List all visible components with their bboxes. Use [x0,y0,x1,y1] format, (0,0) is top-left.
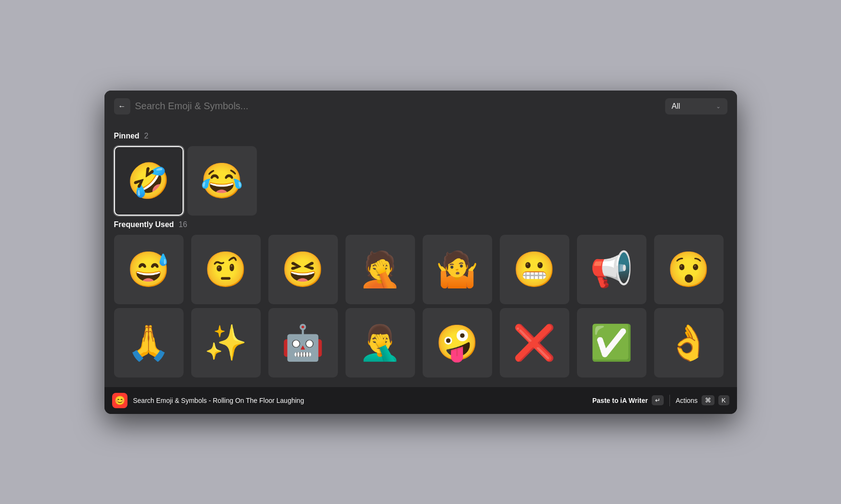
pinned-item-1[interactable]: 😂 [187,146,257,216]
frequent-item-4[interactable]: 🤷 [423,235,492,304]
frequent-item-7[interactable]: 😯 [654,235,724,304]
emoji-glyph: ❌ [513,322,556,363]
frequent-item-13[interactable]: ❌ [500,308,569,378]
frequent-item-0[interactable]: 😅 [114,235,184,304]
header: ← All ⌄ [104,91,737,122]
emoji-glyph: 😬 [513,249,556,290]
emoji-glyph: ✅ [590,322,633,363]
emoji-glyph: 🤨 [204,249,247,290]
frequently-used-grid: 😅 🤨 😆 🤦 🤷 😬 📢 😯 🙏 ✨ 🤖 🤦‍♂️ 🤪 ❌ ✅ 👌 [114,235,727,378]
emoji-glyph: 🤦‍♂️ [358,322,402,363]
footer: 😊 Search Emoji & Symbols - Rolling On Th… [104,387,737,414]
emoji-glyph: 🙏 [127,322,170,363]
footer-divider [669,395,670,406]
back-button[interactable]: ← [114,98,130,115]
frequent-item-2[interactable]: 😆 [268,235,338,304]
content-area: Pinned 2 🤣 😂 Frequently Used 16 😅 🤨 😆 🤦 … [104,122,737,387]
frequent-item-3[interactable]: 🤦 [346,235,415,304]
emoji-glyph: ✨ [204,322,247,363]
category-label: All [672,102,680,111]
emoji-glyph: 🤖 [281,322,324,363]
app-emoji-icon: 😊 [115,395,125,406]
enter-key-badge: ↵ [652,395,664,405]
frequent-item-5[interactable]: 😬 [500,235,569,304]
paste-to-writer-button[interactable]: Paste to iA Writer [592,397,648,404]
actions-button[interactable]: Actions [676,397,698,404]
emoji-picker-window: ← All ⌄ Pinned 2 🤣 😂 Frequently Used 16 [104,91,737,414]
frequently-used-title: Frequently Used [114,220,174,229]
pinned-item-0[interactable]: 🤣 [114,146,184,216]
frequent-item-8[interactable]: 🙏 [114,308,184,378]
cmd-key-badge: ⌘ [702,395,714,405]
emoji-glyph: 😯 [667,249,710,290]
emoji-glyph: 🤣 [127,160,170,201]
frequent-item-9[interactable]: ✨ [191,308,261,378]
search-input[interactable] [135,101,660,112]
frequent-item-11[interactable]: 🤦‍♂️ [346,308,415,378]
frequent-item-10[interactable]: 🤖 [268,308,338,378]
frequent-item-15[interactable]: 👌 [654,308,724,378]
frequent-item-6[interactable]: 📢 [577,235,646,304]
category-dropdown[interactable]: All ⌄ [665,98,727,115]
chevron-down-icon: ⌄ [716,103,721,110]
frequent-item-1[interactable]: 🤨 [191,235,261,304]
k-key-badge: K [718,395,729,405]
frequent-item-12[interactable]: 🤪 [423,308,492,378]
emoji-glyph: 📢 [590,249,633,290]
app-icon: 😊 [112,393,127,408]
back-icon: ← [118,102,126,111]
footer-status-text: Search Emoji & Symbols - Rolling On The … [133,397,587,404]
frequently-used-count: 16 [179,220,187,229]
emoji-glyph: 🤷 [436,249,479,290]
emoji-glyph: 👌 [667,322,710,363]
emoji-glyph: 🤪 [436,322,479,363]
pinned-count: 2 [144,132,149,140]
emoji-glyph: 😂 [200,160,243,201]
frequent-item-14[interactable]: ✅ [577,308,646,378]
pinned-grid: 🤣 😂 [114,146,727,216]
footer-actions: Paste to iA Writer ↵ Actions ⌘ K [592,395,729,406]
pinned-section-header: Pinned 2 [114,132,727,140]
pinned-title: Pinned [114,132,139,140]
emoji-glyph: 😆 [281,249,324,290]
emoji-glyph: 😅 [127,249,170,290]
emoji-glyph: 🤦 [358,249,402,290]
frequently-used-section-header: Frequently Used 16 [114,220,727,229]
